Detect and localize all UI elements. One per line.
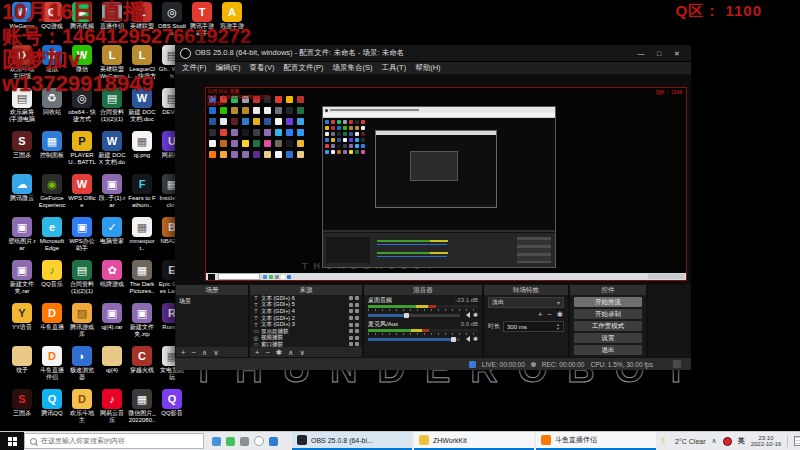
close-button[interactable]: ✕ [668,46,686,61]
desktop-icon[interactable]: ▦控制面板 [38,131,66,159]
desktop-icon[interactable]: ♪QQ音乐 [38,260,66,288]
cortana-icon[interactable] [254,436,264,446]
volume-slider[interactable] [368,314,460,317]
speaker-icon[interactable] [463,312,470,318]
start-streaming-button[interactable]: 开始推流 [574,297,642,307]
move-up-icon[interactable]: ∧ [202,348,208,357]
add-transition-icon[interactable]: + [538,310,542,319]
desktop-icon[interactable]: ◗极速浏览器 [68,346,96,381]
display-capture-preview[interactable]: 10月16日 直播 账号：14641295276619272 圆梦加v Q区： … [205,87,687,281]
gear-icon[interactable]: ✱ [473,336,478,342]
minimize-button[interactable]: — [632,46,650,61]
lock-icon[interactable] [355,329,359,333]
desktop-icon[interactable]: ▦mmexport.. [128,217,156,252]
desktop-icon[interactable]: qj(4) [98,346,126,374]
slider-handle[interactable] [451,337,456,342]
desktop-icon[interactable]: ▢直播伴侣 [98,2,126,30]
desktop-icon[interactable]: ▤合同资料(1)(2)(1)(1).. [68,260,96,295]
visibility-eye-icon[interactable] [349,309,353,313]
slider-handle[interactable] [404,313,409,318]
media-icon[interactable] [240,437,249,446]
ime-indicator[interactable]: 英 [738,436,745,446]
obs-window[interactable]: OBS 25.0.8 (64-bit, windows) - 配置文件: 未命名… [175,45,691,368]
desktop-icon[interactable]: W新建 DOCX 文档.docx [98,131,126,166]
desktop-icon[interactable]: 饺子 [8,346,36,374]
sources-list[interactable]: T文本 (GDI+) 6T文本 (GDI+) 5T文本 (GDI+) 4T文本 … [250,295,362,347]
lock-icon[interactable] [355,316,359,320]
desktop-icon[interactable]: ▦qj.png [128,131,156,159]
desktop-icon[interactable]: ☁腾讯微云 [8,174,36,202]
visibility-eye-icon[interactable] [349,336,353,340]
desktop-icon[interactable]: ◎obs64 - 快捷方式 [68,88,96,123]
spinner-icons[interactable]: ▲▼ [556,323,560,330]
desktop-icon[interactable]: YYY语音 [8,303,36,331]
visibility-eye-icon[interactable] [349,323,353,327]
weather-text[interactable]: 2°C Clear [675,438,705,445]
desktop-icon[interactable]: D斗鱼直播 [38,303,66,331]
desktop-icon[interactable]: S三国杀 [8,131,36,159]
desktop-icon[interactable]: C穿越火线 [128,346,156,374]
desktop-icon[interactable]: T腾讯手游助手 [188,2,216,37]
visibility-eye-icon[interactable] [349,296,353,300]
maximize-button[interactable]: □ [650,46,668,61]
taskbar-app-button[interactable]: 斗鱼直播伴侣 [536,432,656,450]
desktop-icon[interactable]: WWeGame [8,2,36,30]
obs-titlebar[interactable]: OBS 25.0.8 (64-bit, windows) - 配置文件: 未命名… [175,45,691,62]
visibility-eye-icon[interactable] [349,303,353,307]
resize-grip[interactable] [673,360,681,368]
speaker-icon[interactable] [463,336,470,342]
files-icon[interactable] [226,437,235,446]
desktop-icon[interactable]: L英雄联盟WeGame版 [98,45,126,80]
menu-item[interactable]: 帮助(H) [415,63,440,73]
lock-icon[interactable] [355,296,359,300]
desktop-icon[interactable]: ▣新建文件夹.rar [8,260,36,295]
desktop-icon[interactable]: ◉GeForce Experience [38,174,66,209]
add-source-icon[interactable]: + [255,348,259,357]
menu-item[interactable]: 配置文件(P) [284,63,324,73]
obs-preview-area[interactable]: 10月16日 直播 账号：14641295276619272 圆梦加v Q区： … [175,75,691,284]
remove-source-icon[interactable]: − [265,348,269,357]
studio-mode-button[interactable]: 工作室模式 [574,321,642,331]
remove-scene-icon[interactable]: − [191,348,195,357]
desktop-icon[interactable]: Q腾讯QQ [38,389,66,417]
add-scene-icon[interactable]: + [181,348,185,357]
source-row[interactable]: ▭窗口捕获 [250,341,362,347]
start-button[interactable] [0,432,24,450]
volume-slider[interactable] [368,338,460,341]
desktop-icon[interactable]: ▤合同资料(1)(2)(1)(1).. [98,88,126,123]
duration-input[interactable]: 300 ms ▲▼ [503,321,564,332]
taskbar-app-button[interactable]: OBS 25.0.8 (64-bi... [292,432,412,450]
desktop-icon[interactable]: ▣新建文件夹.zip [128,303,156,338]
desktop-icon[interactable]: ✓电脑管家 [98,217,126,245]
desktop-icon[interactable]: ▨腾讯游戏库 [68,303,96,338]
scene-item[interactable]: 场景 [176,295,248,308]
transition-properties-gear-icon[interactable]: ✱ [557,310,563,319]
desktop-icon[interactable]: ▦微信图片_2022080.. [128,389,156,424]
remove-transition-icon[interactable]: − [547,310,551,319]
desktop-icon[interactable]: N逆战 [38,45,66,73]
desktop-icon[interactable]: A迅游手游 [218,2,246,30]
desktop-icon[interactable]: QQQ影音 [158,389,186,417]
desktop-icon[interactable]: S三国杀 [8,389,36,417]
exit-button[interactable]: 退出 [574,345,642,355]
menu-item[interactable]: 查看(V) [250,63,275,73]
menu-item[interactable]: 场景集合(S) [333,63,373,73]
desktop-icon[interactable]: PPLAYERU.. BATTLEGR.. [68,131,96,166]
mail-icon[interactable] [269,437,278,446]
scenes-list[interactable]: 场景 [176,295,248,347]
desktop-icon[interactable]: W微信 [68,45,96,73]
desktop-icon[interactable]: ▤欢乐麻将(手游电脑版) [8,88,36,123]
lock-icon[interactable] [355,323,359,327]
menu-item[interactable]: 编辑(E) [216,63,241,73]
store-icon[interactable] [212,437,221,446]
visibility-eye-icon[interactable] [349,316,353,320]
desktop-icon[interactable]: ♻回收站 [38,88,66,116]
desktop-icon[interactable]: LLeagueCli.. - 快捷方式 [128,45,156,80]
desktop-icon[interactable]: ▣WPS办公助手 [68,217,96,252]
visibility-eye-icon[interactable] [349,329,353,333]
desktop-icon[interactable]: WWPS Office [68,174,96,209]
desktop-icon[interactable]: ◎OBS Studio [158,2,186,37]
desktop-icon[interactable]: eMicrosoft Edge [38,217,66,252]
menu-item[interactable]: 文件(F) [182,63,207,73]
desktop-icon[interactable]: ▣段..子(1).rar [98,174,126,209]
